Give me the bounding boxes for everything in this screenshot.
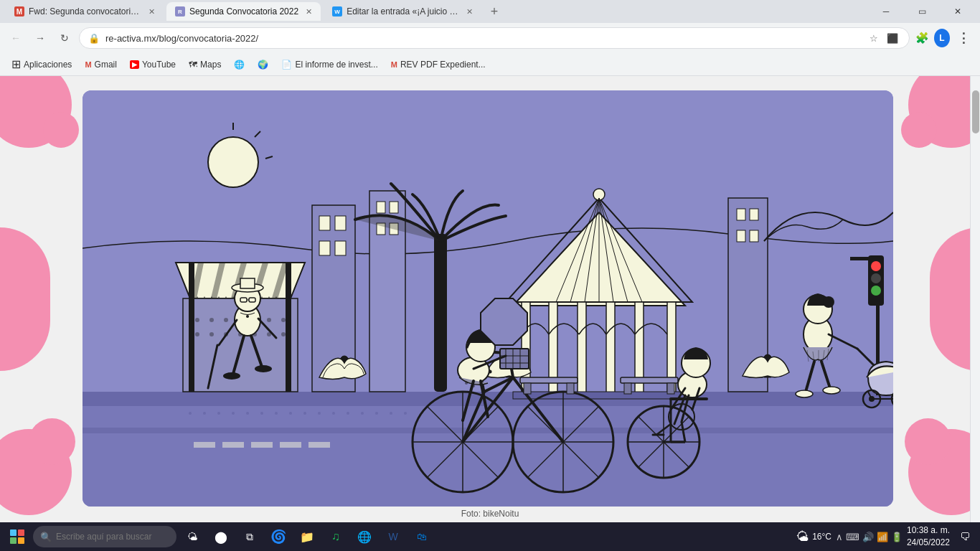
keyboard-icon[interactable]: ⌨ xyxy=(846,532,859,542)
bookmark-gmail[interactable]: M Gmail xyxy=(79,56,123,73)
windows-logo-icon xyxy=(10,529,24,544)
sys-tray-icons: ∧ ⌨ 🔊 📶 🔋 xyxy=(836,532,903,542)
start-button[interactable] xyxy=(4,524,30,550)
bookmark-star-icon[interactable]: ☆ xyxy=(866,30,882,46)
weather-widget[interactable]: 🌤 16°C xyxy=(796,529,831,545)
svg-rect-163 xyxy=(667,383,674,394)
tab-1-close[interactable]: ✕ xyxy=(149,7,155,17)
svg-rect-15 xyxy=(390,202,398,213)
svg-point-66 xyxy=(871,286,881,296)
tab-2[interactable]: R Segunda Convocatoria 2022 ✕ xyxy=(166,2,321,21)
svg-point-168 xyxy=(246,412,249,415)
svg-rect-61 xyxy=(189,263,194,392)
svg-rect-161 xyxy=(621,377,678,383)
svg-rect-40 xyxy=(434,234,447,392)
svg-rect-183 xyxy=(280,442,301,448)
image-caption: Foto: bikeNoitu xyxy=(461,509,519,519)
svg-point-165 xyxy=(203,412,206,415)
clock-date: 24/05/2022 xyxy=(907,537,950,549)
clock-time: 10:38 a. m. xyxy=(907,524,950,537)
svg-point-171 xyxy=(289,412,292,415)
bookmarks-bar: ⊞ Aplicaciones M Gmail ▶ YouTube 🗺 Maps … xyxy=(0,53,980,76)
taskbar-word-button[interactable]: W xyxy=(380,524,406,550)
svg-point-49 xyxy=(224,318,228,322)
taskbar-files-button[interactable]: 📁 xyxy=(294,524,320,550)
svg-rect-11 xyxy=(319,241,330,255)
bookmark-globe2[interactable]: 🌍 xyxy=(252,56,274,73)
address-bar[interactable]: 🔒 re-activa.mx/blog/convocatoria-2022/ ☆… xyxy=(79,27,910,49)
address-bar-row: ← → ↻ 🔒 re-activa.mx/blog/convocatoria-2… xyxy=(0,23,980,53)
notification-icon: 🗨 xyxy=(960,531,970,542)
extensions-icon[interactable]: 🧩 xyxy=(914,30,930,46)
tab-1[interactable]: M Fwd: Segunda convocatoria RE-A ✕ xyxy=(6,2,164,21)
svg-rect-22 xyxy=(750,230,758,242)
bookmark-informe[interactable]: 📄 El informe de invest... xyxy=(275,56,383,73)
system-tray: 🌤 16°C ∧ ⌨ 🔊 📶 🔋 10:38 a. m. 24/05/2022 … xyxy=(796,524,976,549)
minimize-button[interactable]: ─ xyxy=(870,0,903,23)
reload-button[interactable]: ↻ xyxy=(55,28,75,48)
profile-avatar[interactable]: L xyxy=(934,29,950,47)
tab-3[interactable]: W Editar la entrada «¡A juicio politic ✕ xyxy=(324,2,481,21)
globe2-icon: 🌍 xyxy=(258,60,268,70)
taskbar-spotify-button[interactable]: ♫ xyxy=(323,524,349,550)
bookmark-informe-label: El informe de invest... xyxy=(295,60,377,70)
taskbar-widgets-button[interactable]: 🌤 xyxy=(179,524,205,550)
svg-rect-20 xyxy=(750,209,758,220)
svg-point-83 xyxy=(246,315,249,318)
bookmark-globe1[interactable]: 🌐 xyxy=(228,56,250,73)
task-view-icon: ⧉ xyxy=(246,531,253,543)
svg-point-173 xyxy=(318,412,321,415)
cast-icon[interactable]: ⬛ xyxy=(885,30,900,46)
pink-side-left xyxy=(0,227,50,371)
svg-point-175 xyxy=(347,412,349,415)
scrollbar-track[interactable] xyxy=(970,76,980,522)
youtube-icon: ▶ xyxy=(130,60,139,69)
bookmark-maps[interactable]: 🗺 Maps xyxy=(183,56,227,73)
taskbar-search-icon: 🔍 xyxy=(40,532,52,542)
system-clock[interactable]: 10:38 a. m. 24/05/2022 xyxy=(907,524,950,549)
rev-pdf-icon: M xyxy=(391,60,397,69)
svg-point-53 xyxy=(281,318,286,322)
bookmark-rev-pdf[interactable]: M REV PDF Expedient... xyxy=(385,56,491,73)
svg-rect-29 xyxy=(606,302,615,395)
battery-icon[interactable]: 🔋 xyxy=(891,532,903,542)
svg-marker-156 xyxy=(481,298,527,345)
taskbar-store-button[interactable]: 🛍 xyxy=(409,524,435,550)
taskbar-search-input[interactable] xyxy=(56,532,156,542)
profile-account-icon[interactable]: L xyxy=(934,30,950,46)
svg-point-48 xyxy=(209,318,214,322)
taskbar-task-view-button[interactable]: ⧉ xyxy=(237,524,263,550)
bookmark-youtube[interactable]: ▶ YouTube xyxy=(124,56,182,73)
svg-point-177 xyxy=(375,412,378,415)
taskbar-search-box[interactable]: 🔍 xyxy=(33,526,176,547)
scrollbar-thumb[interactable] xyxy=(972,90,979,133)
page-background: Foto: bikeNoitu xyxy=(0,76,980,522)
files-icon: 📁 xyxy=(300,530,314,544)
network-icon[interactable]: 📶 xyxy=(877,532,888,542)
bookmark-aplicaciones[interactable]: ⊞ Aplicaciones xyxy=(6,56,77,73)
widgets-icon: 🌤 xyxy=(187,531,197,542)
security-lock-icon: 🔒 xyxy=(88,33,100,44)
edge-icon: 🌀 xyxy=(270,529,286,545)
volume-icon[interactable]: 🔊 xyxy=(862,532,874,542)
new-tab-button[interactable]: + xyxy=(484,2,504,21)
browser-menu-button[interactable]: ⋮ xyxy=(954,28,974,48)
tab-3-close[interactable]: ✕ xyxy=(466,7,473,17)
taskbar-search-button[interactable]: ⬤ xyxy=(208,524,234,550)
pink-dot-1 xyxy=(29,418,75,465)
chevron-up-icon[interactable]: ∧ xyxy=(836,532,843,542)
maximize-button[interactable]: ▭ xyxy=(905,0,938,23)
svg-point-52 xyxy=(267,318,271,322)
document-icon: 📄 xyxy=(281,60,292,70)
svg-rect-182 xyxy=(251,442,273,448)
title-bar: M Fwd: Segunda convocatoria RE-A ✕ R Seg… xyxy=(0,0,980,23)
svg-rect-9 xyxy=(319,216,330,230)
taskbar-chrome-button[interactable]: 🌐 xyxy=(352,524,377,550)
close-button[interactable]: ✕ xyxy=(941,0,974,23)
notification-button[interactable]: 🗨 xyxy=(954,526,976,547)
taskbar-edge-button[interactable]: 🌀 xyxy=(265,524,291,550)
back-button[interactable]: ← xyxy=(6,28,26,48)
bookmark-gmail-label: Gmail xyxy=(95,60,117,70)
tab-2-close[interactable]: ✕ xyxy=(306,7,312,17)
forward-button[interactable]: → xyxy=(30,28,50,48)
